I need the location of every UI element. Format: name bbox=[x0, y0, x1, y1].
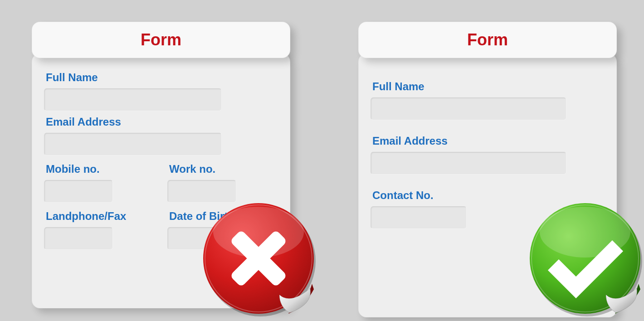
input-email[interactable] bbox=[44, 133, 222, 156]
label-mobile: Mobile no. bbox=[46, 163, 155, 175]
input-email-good[interactable] bbox=[371, 152, 566, 175]
good-form-title: Form bbox=[467, 30, 508, 49]
check-icon bbox=[526, 199, 644, 317]
good-form-header: Form bbox=[358, 22, 617, 58]
label-work: Work no. bbox=[169, 163, 278, 175]
input-mobile[interactable] bbox=[44, 180, 113, 203]
correct-sticker bbox=[526, 199, 644, 317]
label-full-name-good: Full Name bbox=[372, 80, 605, 93]
input-full-name-good[interactable] bbox=[371, 97, 566, 120]
label-email: Email Address bbox=[46, 116, 278, 128]
label-email-good: Email Address bbox=[372, 135, 605, 147]
x-icon bbox=[200, 199, 317, 317]
label-full-name: Full Name bbox=[46, 71, 278, 84]
input-contact[interactable] bbox=[371, 206, 467, 229]
label-landphone: Landphone/Fax bbox=[46, 210, 155, 223]
input-landphone[interactable] bbox=[44, 227, 113, 250]
bad-form-header: Form bbox=[32, 22, 290, 58]
bad-form-title: Form bbox=[141, 30, 181, 49]
incorrect-sticker bbox=[200, 199, 317, 317]
comparison-diagram: Form Full Name Email Address Mobile no. … bbox=[0, 0, 644, 321]
input-full-name[interactable] bbox=[44, 88, 222, 111]
